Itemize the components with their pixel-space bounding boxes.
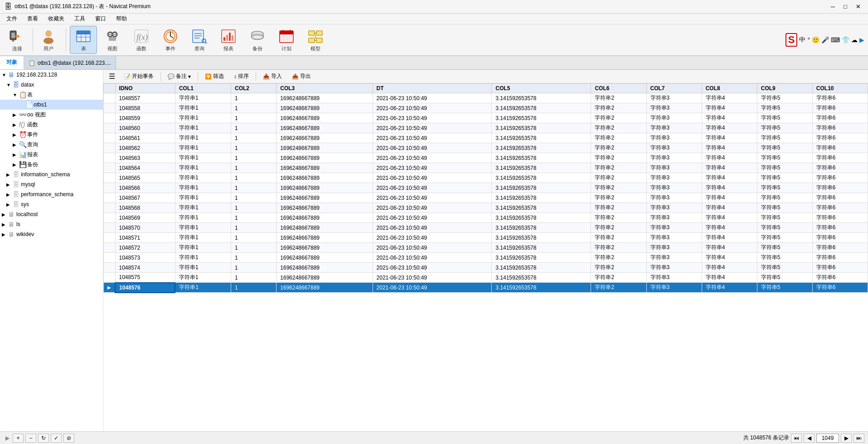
col-col2-header[interactable]: COL2 (231, 84, 276, 93)
cell-col1[interactable]: 字符串1 (175, 93, 231, 103)
cell-col6[interactable]: 字符串2 (591, 93, 646, 103)
cell-col2[interactable]: 1 (231, 223, 276, 233)
cell-col5[interactable]: 3.141592653578 (492, 283, 591, 293)
table-row[interactable]: 1048567字符串1116962486678892021-06-23 10:5… (104, 193, 868, 203)
cell-col2[interactable]: 1 (231, 253, 276, 263)
cell-col3[interactable]: 1696248667889 (276, 133, 373, 143)
cell-col2[interactable]: 1 (231, 113, 276, 123)
cell-col9[interactable]: 字符串5 (757, 283, 812, 293)
cell-col8[interactable]: 字符串4 (702, 93, 757, 103)
cell-col1[interactable]: 字符串1 (175, 153, 231, 163)
table-button[interactable]: 表 (70, 26, 97, 54)
cell-col5[interactable]: 3.141592653578 (492, 123, 591, 133)
cell-col1[interactable]: 字符串1 (175, 283, 231, 293)
cell-col7[interactable]: 字符串3 (646, 223, 702, 233)
begin-transaction-button[interactable]: 📝 开始事务 (120, 71, 158, 82)
cell-idno[interactable]: 1048572 (115, 243, 175, 253)
cell-col5[interactable]: 3.141592653578 (492, 133, 591, 143)
col-idno-header[interactable]: IDNO (115, 84, 175, 93)
table-row[interactable]: 1048562字符串1116962486678892021-06-23 10:5… (104, 143, 868, 153)
cell-col8[interactable]: 字符串4 (702, 113, 757, 123)
cell-col3[interactable]: 1696248667889 (276, 183, 373, 193)
cell-dt[interactable]: 2021-06-23 10:50:49 (373, 253, 492, 263)
cell-col10[interactable]: 字符串6 (812, 283, 868, 293)
cell-col9[interactable]: 字符串5 (757, 213, 812, 223)
cell-col1[interactable]: 字符串1 (175, 273, 231, 283)
cell-col7[interactable]: 字符串3 (646, 123, 702, 133)
tree-toggle-is[interactable]: ▶ (6, 172, 13, 177)
cell-dt[interactable]: 2021-06-23 10:50:49 (373, 213, 492, 223)
menu-file[interactable]: 文件 (2, 14, 22, 24)
cell-dt[interactable]: 2021-06-23 10:50:49 (373, 193, 492, 203)
cell-col5[interactable]: 3.141592653578 (492, 173, 591, 183)
cell-col2[interactable]: 1 (231, 213, 276, 223)
table-row[interactable]: 1048572字符串1116962486678892021-06-23 10:5… (104, 243, 868, 253)
cell-col6[interactable]: 字符串2 (591, 243, 646, 253)
table-row[interactable]: 1048558字符串1116962486678892021-06-23 10:5… (104, 103, 868, 113)
close-button[interactable]: ✕ (853, 2, 863, 11)
cell-col7[interactable]: 字符串3 (646, 283, 702, 293)
cell-col7[interactable]: 字符串3 (646, 163, 702, 173)
cell-dt[interactable]: 2021-06-23 10:50:49 (373, 143, 492, 153)
cell-col3[interactable]: 1696248667889 (276, 273, 373, 283)
cell-col10[interactable]: 字符串6 (812, 93, 868, 103)
cell-col10[interactable]: 字符串6 (812, 113, 868, 123)
backup-button[interactable]: 备份 (244, 26, 271, 54)
col-col8-header[interactable]: COL8 (702, 84, 757, 93)
cell-col8[interactable]: 字符串4 (702, 173, 757, 183)
cell-dt[interactable]: 2021-06-23 10:50:49 (373, 173, 492, 183)
cell-dt[interactable]: 2021-06-23 10:50:49 (373, 93, 492, 103)
cell-col8[interactable]: 字符串4 (702, 153, 757, 163)
cell-col10[interactable]: 字符串6 (812, 243, 868, 253)
cell-col1[interactable]: 字符串1 (175, 263, 231, 273)
cell-dt[interactable]: 2021-06-23 10:50:49 (373, 183, 492, 193)
cell-col8[interactable]: 字符串4 (702, 283, 757, 293)
cell-col7[interactable]: 字符串3 (646, 133, 702, 143)
cell-idno[interactable]: 1048575 (115, 273, 175, 283)
cell-col3[interactable]: 1696248667889 (276, 123, 373, 133)
tree-toggle-ps[interactable]: ▶ (6, 192, 13, 197)
cell-col8[interactable]: 字符串4 (702, 193, 757, 203)
cell-col1[interactable]: 字符串1 (175, 213, 231, 223)
cell-col3[interactable]: 1696248667889 (276, 203, 373, 213)
table-row[interactable]: ▶1048576字符串1116962486678892021-06-23 10:… (104, 283, 868, 293)
cell-col6[interactable]: 字符串2 (591, 263, 646, 273)
cell-col6[interactable]: 字符串2 (591, 163, 646, 173)
cell-col9[interactable]: 字符串5 (757, 223, 812, 233)
cell-col7[interactable]: 字符串3 (646, 143, 702, 153)
cell-col7[interactable]: 字符串3 (646, 243, 702, 253)
cell-col9[interactable]: 字符串5 (757, 203, 812, 213)
cell-col9[interactable]: 字符串5 (757, 163, 812, 173)
cell-col1[interactable]: 字符串1 (175, 103, 231, 113)
query-button[interactable]: 查询 (186, 26, 213, 54)
cell-col2[interactable]: 1 (231, 283, 276, 293)
function-button[interactable]: f(x) 函数 (128, 26, 155, 54)
cell-idno[interactable]: 1048563 (115, 153, 175, 163)
cell-col7[interactable]: 字符串3 (646, 113, 702, 123)
col-col5-header[interactable]: COL5 (492, 84, 591, 93)
cell-idno[interactable]: 1048558 (115, 103, 175, 113)
cell-dt[interactable]: 2021-06-23 10:50:49 (373, 113, 492, 123)
cell-col9[interactable]: 字符串5 (757, 123, 812, 133)
cell-dt[interactable]: 2021-06-23 10:50:49 (373, 123, 492, 133)
sidebar-item-otbs1[interactable]: 📄 otbs1 (0, 100, 103, 110)
cell-col5[interactable]: 3.141592653578 (492, 183, 591, 193)
cell-col2[interactable]: 1 (231, 233, 276, 243)
cell-col1[interactable]: 字符串1 (175, 203, 231, 213)
table-row[interactable]: 1048568字符串1116962486678892021-06-23 10:5… (104, 203, 868, 213)
cell-dt[interactable]: 2021-06-23 10:50:49 (373, 283, 492, 293)
col-col9-header[interactable]: COL9 (757, 84, 812, 93)
cell-col2[interactable]: 1 (231, 123, 276, 133)
sidebar-item-sys[interactable]: ▶ 🗄 sys (0, 199, 103, 209)
event-button[interactable]: 事件 (157, 26, 184, 54)
table-row[interactable]: 1048559字符串1116962486678892021-06-23 10:5… (104, 113, 868, 123)
cell-col7[interactable]: 字符串3 (646, 203, 702, 213)
cell-col8[interactable]: 字符串4 (702, 183, 757, 193)
table-row[interactable]: 1048569字符串1116962486678892021-06-23 10:5… (104, 213, 868, 223)
cell-col6[interactable]: 字符串2 (591, 143, 646, 153)
cell-dt[interactable]: 2021-06-23 10:50:49 (373, 153, 492, 163)
cell-col2[interactable]: 1 (231, 143, 276, 153)
cell-col6[interactable]: 字符串2 (591, 253, 646, 263)
cell-col10[interactable]: 字符串6 (812, 213, 868, 223)
first-page-button[interactable]: ⏮ (791, 434, 802, 443)
